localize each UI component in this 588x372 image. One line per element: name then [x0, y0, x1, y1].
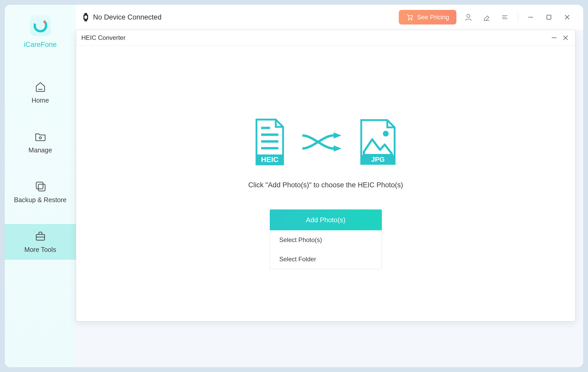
toolbox-icon — [34, 230, 47, 242]
window-minimize-button[interactable] — [525, 11, 536, 23]
modal-minimize-button[interactable] — [550, 33, 559, 42]
svg-point-34 — [383, 131, 389, 137]
sidebar-item-label: More Tools — [24, 246, 56, 253]
convert-arrows-icon — [300, 128, 344, 156]
device-status-text: No Device Connected — [93, 13, 162, 21]
sidebar-item-home[interactable]: Home — [5, 75, 76, 110]
backup-restore-icon — [34, 180, 47, 193]
dropdown-item-label: Select Folder — [279, 256, 316, 263]
menu-button[interactable] — [499, 11, 511, 23]
svg-rect-9 — [84, 13, 87, 14]
add-photos-button[interactable]: Add Photo(s) — [270, 209, 382, 230]
svg-point-1 — [43, 21, 46, 23]
user-icon — [464, 13, 472, 21]
sidebar: iCareFone Home Manage Backup & Restore M… — [5, 5, 76, 367]
modal-titlebar: HEIC Converter — [76, 30, 575, 46]
sidebar-item-label: Backup & Restore — [14, 196, 67, 204]
maximize-icon — [546, 14, 552, 20]
sidebar-item-backup[interactable]: Backup & Restore — [5, 174, 76, 210]
svg-rect-11 — [84, 16, 87, 19]
jpg-file-icon: JPG — [360, 119, 396, 165]
modal-close-button[interactable] — [561, 33, 570, 42]
svg-rect-20 — [547, 15, 551, 19]
svg-point-14 — [467, 14, 470, 17]
svg-point-3 — [39, 137, 41, 139]
sidebar-item-label: Home — [32, 97, 49, 104]
minimize-icon — [528, 14, 534, 20]
window-close-button[interactable] — [561, 11, 573, 23]
sidebar-item-more-tools[interactable]: More Tools — [5, 224, 76, 260]
account-button[interactable] — [462, 11, 475, 23]
cart-icon — [406, 14, 413, 21]
window-maximize-button[interactable] — [543, 11, 555, 23]
app-window: iCareFone Home Manage Backup & Restore M… — [5, 5, 583, 367]
brand-name: iCareFone — [24, 41, 57, 49]
watch-icon — [82, 13, 89, 22]
svg-rect-10 — [84, 20, 87, 21]
home-icon — [34, 80, 47, 93]
modal-title-text: HEIC Converter — [81, 34, 125, 41]
topbar: No Device Connected See Pricing — [76, 5, 583, 30]
svg-rect-5 — [38, 184, 45, 191]
eraser-icon — [483, 13, 491, 21]
svg-rect-4 — [36, 182, 43, 189]
modal-body: HEIC — [76, 46, 575, 321]
svg-marker-33 — [334, 132, 341, 139]
svg-point-12 — [408, 19, 409, 20]
edit-button[interactable] — [480, 11, 493, 23]
svg-point-13 — [411, 19, 412, 20]
folder-gear-icon — [34, 130, 47, 143]
dropdown-item-select-folder[interactable]: Select Folder — [270, 250, 382, 269]
close-icon — [563, 35, 568, 41]
close-icon — [564, 14, 570, 20]
heic-converter-modal: HEIC Converter — [76, 30, 575, 321]
sidebar-item-manage[interactable]: Manage — [5, 125, 76, 160]
content-area: HEIC Converter — [76, 30, 583, 367]
dropdown-item-label: Select Photo(s) — [279, 236, 322, 244]
minimize-icon — [551, 35, 557, 41]
main-area: No Device Connected See Pricing — [76, 5, 583, 367]
sidebar-item-label: Manage — [28, 146, 52, 154]
see-pricing-button[interactable]: See Pricing — [399, 10, 456, 24]
svg-text:JPG: JPG — [371, 156, 384, 163]
conversion-illustration: HEIC — [255, 119, 396, 165]
divider — [518, 13, 518, 22]
dropdown-item-select-photos[interactable]: Select Photo(s) — [270, 230, 382, 250]
pricing-label: See Pricing — [417, 14, 449, 21]
heic-file-icon: HEIC — [255, 119, 284, 165]
svg-marker-32 — [334, 145, 341, 152]
app-logo — [30, 15, 51, 36]
svg-text:HEIC: HEIC — [261, 156, 278, 164]
device-status: No Device Connected — [82, 13, 162, 22]
add-photos-label: Add Photo(s) — [306, 216, 346, 224]
instruction-text: Click "Add Photo(s)" to choose the HEIC … — [248, 181, 403, 189]
menu-icon — [501, 13, 509, 21]
add-photos-dropdown: Select Photo(s) Select Folder — [270, 230, 382, 269]
